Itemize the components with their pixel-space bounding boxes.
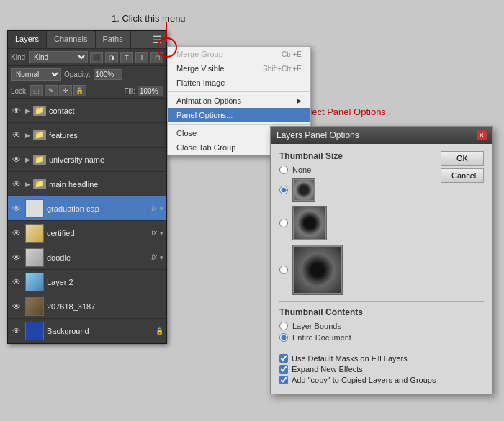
layer-name-contact: contact [49, 107, 163, 115]
eye-icon-certified[interactable]: 👁 [11, 227, 22, 239]
menu-label-panel-options: Panel Options... [176, 111, 233, 119]
radio-small-input[interactable] [279, 186, 288, 194]
layer-item-layer2[interactable]: 👁 Layer 2 [8, 270, 166, 294]
dialog-titlebar: Layers Panel Options ✕ [271, 127, 492, 144]
fx-badge-grad: fx [151, 204, 157, 212]
checkbox-expand-effects-label: Expand New Effects [292, 365, 363, 374]
thumb-large-preview [292, 245, 343, 295]
annotation-click-text: 1. Click this menu [112, 13, 186, 24]
fill-input[interactable] [138, 86, 163, 96]
menu-item-panel-options[interactable]: Panel Options... [168, 108, 310, 122]
menu-item-flatten[interactable]: Flatten Image [168, 76, 310, 90]
radio-layer-bounds-input[interactable] [279, 322, 288, 330]
checkbox-expand-effects-input[interactable] [279, 365, 288, 374]
lock-icons: ⬚ ✎ ✛ 🔒 [30, 85, 86, 96]
menu-label-animation: Animation Options [176, 96, 241, 105]
checkbox-add-copy-input[interactable] [279, 376, 288, 384]
layer-name-grad: graduation cap [47, 204, 148, 213]
filter-pixel-icon[interactable]: ⬛ [90, 52, 103, 63]
checkbox-add-copy-label: Add "copy" to Copied Layers and Groups [292, 376, 436, 384]
submenu-arrow-animation: ▶ [297, 97, 302, 104]
expand-arrow-contact[interactable]: ▶ [25, 107, 30, 114]
radio-large-input[interactable] [279, 266, 288, 274]
radio-entire-doc: Entire Document [279, 333, 484, 342]
expand-arrow-university[interactable]: ▶ [25, 156, 30, 163]
ok-cancel-buttons: OK Cancel [441, 151, 484, 183]
tab-channels[interactable]: Channels [47, 31, 95, 48]
lock-label: Lock: [11, 87, 28, 95]
fx-badge-doodle: fx [151, 253, 157, 261]
eye-icon-features[interactable]: 👁 [11, 130, 22, 141]
layer-thumb-bg [25, 322, 44, 340]
dialog-body: OK Cancel Thumbnail Size None [271, 144, 492, 394]
radio-large [279, 245, 484, 295]
layer-item-graduation-cap[interactable]: 👁 graduation cap fx ▾ [8, 196, 166, 221]
ok-button[interactable]: OK [441, 151, 484, 166]
menu-item-animation[interactable]: Animation Options ▶ [168, 94, 310, 108]
eye-icon-layer2[interactable]: 👁 [11, 276, 22, 288]
menu-label-merge-group: Merge Group [176, 50, 223, 58]
checkbox-default-masks-input[interactable] [279, 354, 288, 363]
layer-thumb-doodle [25, 248, 44, 267]
menu-item-merge-visible[interactable]: Merge Visible Shift+Ctrl+E [168, 61, 310, 76]
eye-icon[interactable]: 👁 [11, 105, 22, 117]
opacity-input[interactable] [94, 69, 122, 80]
cancel-button[interactable]: Cancel [441, 168, 484, 183]
layer-item-doodle[interactable]: 👁 doodle fx ▾ [8, 245, 166, 270]
thumbnail-contents-section: Thumbnail Contents Layer Bounds Entire D… [279, 307, 484, 342]
expand-arrow-main[interactable]: ▶ [25, 181, 30, 188]
layer-item-main-headline[interactable]: 👁 ▶ 📁 main headline [8, 172, 166, 196]
radio-none-input[interactable] [279, 166, 288, 174]
eye-icon-main[interactable]: 👁 [11, 178, 22, 190]
lock-transparent-icon[interactable]: ⬚ [30, 85, 43, 96]
filter-adjustment-icon[interactable]: ◑ [105, 52, 118, 63]
checkbox-default-masks: Use Default Masks on Fill Layers [279, 354, 484, 363]
tab-layers[interactable]: Layers [8, 31, 47, 48]
checkboxes-section: Use Default Masks on Fill Layers Expand … [279, 354, 484, 384]
layer-item-certified[interactable]: 👁 certified fx ▾ [8, 221, 166, 245]
layer-item-university[interactable]: 👁 ▶ 📁 university name [8, 148, 166, 172]
menu-item-merge-group[interactable]: Merge Group Ctrl+E [168, 47, 310, 61]
menu-shortcut-merge-visible: Shift+Ctrl+E [263, 65, 302, 73]
expand-doodle[interactable]: ▾ [160, 254, 163, 261]
tab-paths[interactable]: Paths [96, 31, 131, 48]
layer-name-photo: 207618_3187 [47, 302, 163, 311]
eye-icon-doodle[interactable]: 👁 [11, 252, 22, 263]
layer-item-background[interactable]: 👁 Background 🔒 [8, 319, 166, 343]
eye-icon-bg[interactable]: 👁 [11, 325, 22, 337]
lock-position-icon[interactable]: ✛ [59, 85, 72, 96]
expand-grad[interactable]: ▾ [160, 205, 163, 212]
layer-item-features[interactable]: 👁 ▶ 📁 features [8, 123, 166, 148]
annotation-arrow [166, 22, 167, 42]
fill-label: Fill: [124, 87, 135, 95]
eye-icon-university[interactable]: 👁 [11, 154, 22, 166]
layer-item-contact[interactable]: 👁 ▶ 📁 contact [8, 99, 166, 123]
layer-thumb-grad [25, 199, 44, 218]
dialog-divider-2 [279, 348, 484, 348]
thumbnail-contents-label: Thumbnail Contents [279, 307, 484, 317]
folder-icon-contact: 📁 [33, 106, 46, 116]
radio-entire-doc-label: Entire Document [292, 333, 351, 342]
expand-certified[interactable]: ▾ [160, 230, 163, 237]
eye-icon-photo[interactable]: 👁 [11, 301, 22, 312]
layer-item-photo[interactable]: 👁 207618_3187 [8, 294, 166, 319]
eye-icon-grad[interactable]: 👁 [11, 203, 22, 214]
radio-medium [279, 206, 484, 240]
blend-mode-select[interactable]: Normal [11, 68, 61, 81]
filter-text-icon[interactable]: T [120, 52, 133, 63]
expand-arrow-features[interactable]: ▶ [25, 132, 30, 139]
lock-image-icon[interactable]: ✎ [45, 85, 58, 96]
radio-entire-doc-input[interactable] [279, 333, 288, 342]
dialog-close-button[interactable]: ✕ [477, 130, 487, 140]
lock-all-icon[interactable]: 🔒 [73, 85, 86, 96]
sunflower-medium [294, 207, 325, 239]
kind-select[interactable]: Kind [29, 51, 88, 63]
filter-shape-icon[interactable]: I [135, 52, 148, 63]
menu-label-merge-visible: Merge Visible [176, 64, 224, 73]
panel-menu-button[interactable]: ☰ [148, 31, 166, 48]
menu-divider-1 [168, 91, 310, 92]
menu-shortcut-merge-group: Ctrl+E [282, 50, 302, 58]
filter-smart-icon[interactable]: ◻ [150, 52, 163, 63]
sunflower-large [294, 247, 341, 293]
radio-medium-input[interactable] [279, 219, 288, 227]
